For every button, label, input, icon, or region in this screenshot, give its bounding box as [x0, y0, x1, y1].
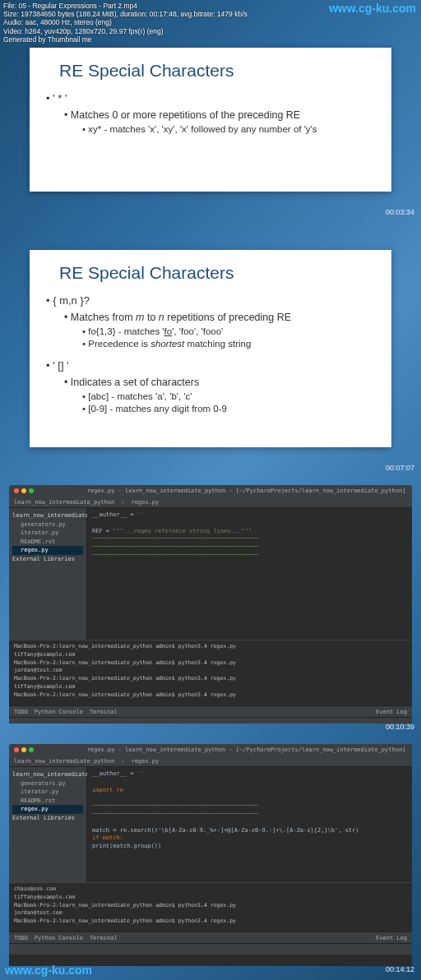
minimize-icon[interactable] [21, 488, 26, 493]
timestamp-1: 00:03:34 [386, 208, 414, 216]
file-generators[interactable]: generators.py [12, 779, 83, 788]
timestamp-2: 00:07:07 [386, 464, 414, 472]
ide-screenshot-2: regex.py - learn_now_intermediate_python… [9, 744, 412, 966]
ide2-titlebar: regex.py - learn_now_intermediate_python… [9, 744, 412, 756]
file-readme[interactable]: README.rst [12, 538, 83, 547]
meta-generated: Generated by Thumbnail me [3, 35, 248, 44]
slide2-b-bullet1: ' [] ' [46, 359, 375, 372]
file-iterator[interactable]: iterator.py [12, 788, 83, 797]
ide-screenshot-1: regex.py - learn_now_intermediate_python… [9, 485, 412, 723]
external-libraries[interactable]: External Libraries [12, 814, 83, 823]
file-generators[interactable]: generators.py [12, 520, 83, 529]
maximize-icon[interactable] [29, 488, 34, 493]
project-root[interactable]: learn_now_intermediate_python [12, 770, 83, 779]
slide1-bullet3: xy* - matches 'x', 'xy', 'x' followed by… [82, 124, 375, 134]
tab-event-log[interactable]: Event Log [376, 935, 407, 941]
maximize-icon[interactable] [29, 747, 34, 752]
terminal-line: tiffany@example.com [14, 651, 407, 659]
terminal-line: jordan@test.com [14, 667, 407, 675]
minimize-icon[interactable] [21, 747, 26, 752]
terminal-line: jordan@test.com [14, 909, 407, 918]
tab-todo[interactable]: TODO [14, 935, 28, 941]
file-readme[interactable]: README.rst [12, 797, 83, 806]
breadcrumb-file[interactable]: regex.py [131, 499, 159, 506]
ide2-editor[interactable]: __author__ = '' import re ──────────────… [87, 767, 412, 882]
slide2-a-bullet3: fo{1,3} - matches 'fo', 'foo', 'fooo' [82, 326, 375, 336]
tab-event-log[interactable]: Event Log [376, 709, 407, 715]
slide2-a-bullet1: { m,n }? [46, 294, 375, 307]
meta-audio: Audio: aac, 48000 Hz, stereo (eng) [3, 18, 248, 26]
ide2-breadcrumb: learn_now_intermediate_python › regex.py [9, 756, 412, 767]
slide-1: RE Special Characters ' * ' Matches 0 or… [30, 48, 391, 192]
tab-todo[interactable]: TODO [14, 709, 28, 715]
timestamp-3: 00:10:39 [386, 723, 414, 731]
slide2-b-bullet3: [abc] - matches 'a', 'b', 'c' [82, 391, 375, 401]
close-icon[interactable] [14, 747, 19, 752]
watermark-top: www.cg-ku.com [329, 2, 416, 15]
file-regex[interactable]: regex.py [12, 546, 83, 555]
breadcrumb-root[interactable]: learn_now_intermediate_python [14, 758, 114, 765]
slide1-bullet1: ' * ' [46, 92, 375, 104]
ide1-project-sidebar[interactable]: learn_now_intermediate_python generators… [9, 508, 87, 640]
external-libraries[interactable]: External Libraries [12, 555, 83, 564]
slide2-b-bullet4: [0-9] - matches any digit from 0-9 [82, 404, 375, 414]
slide1-title: RE Special Characters [59, 61, 375, 81]
terminal-line: MacBook-Pro-2:learn_now_intermediate_pyt… [14, 918, 407, 926]
project-root[interactable]: learn_now_intermediate_python [12, 511, 83, 520]
terminal-line: tiffany@example.com [14, 894, 407, 902]
terminal-line: MacBook-Pro-2:learn_now_intermediate_pyt… [14, 659, 407, 668]
slide2-a-bullet4: Precedence is shortest matching string [82, 339, 375, 349]
breadcrumb-root[interactable]: learn_now_intermediate_python [14, 499, 114, 506]
ide1-statusbar [9, 717, 412, 723]
terminal-line: MacBook-Pro-2:learn_now_intermediate_pyt… [14, 643, 407, 651]
ide2-bottom-tabs: TODO Python Console Terminal Event Log [9, 931, 412, 943]
meta-size: Size: 197384650 bytes (188.24 MiB), dura… [3, 10, 248, 18]
ide2-statusbar [9, 943, 412, 955]
tab-python-console[interactable]: Python Console [35, 709, 83, 715]
watermark-bottom: www.cg-ku.com [5, 964, 92, 977]
tab-terminal[interactable]: Terminal [90, 935, 118, 941]
terminal-line: tiffany@example.com [14, 683, 407, 691]
ide1-terminal[interactable]: MacBook-Pro-2:learn_now_intermediate_pyt… [9, 640, 412, 705]
file-regex[interactable]: regex.py [12, 805, 83, 814]
ide1-bottom-tabs: TODO Python Console Terminal Event Log [9, 705, 412, 717]
video-metadata: File: 05 - Regular Expressions - Part 2.… [3, 2, 248, 44]
file-iterator[interactable]: iterator.py [12, 529, 83, 538]
tab-terminal[interactable]: Terminal [90, 709, 118, 715]
close-icon[interactable] [14, 488, 19, 493]
meta-file: File: 05 - Regular Expressions - Part 2.… [3, 2, 248, 10]
slide2-a-bullet2: Matches from m to n repetitions of prece… [64, 312, 375, 323]
meta-video: Video: h264, yuv420p, 1280x720, 29.97 fp… [3, 27, 248, 35]
terminal-line: MacBook-Pro-2:learn_now_intermediate_pyt… [14, 675, 407, 683]
tab-python-console[interactable]: Python Console [35, 935, 83, 941]
ide1-window-title: regex.py - learn_now_intermediate_python… [86, 488, 407, 494]
terminal-line: MacBook-Pro-2:learn_now_intermediate_pyt… [14, 691, 407, 700]
ide1-titlebar: regex.py - learn_now_intermediate_python… [9, 485, 412, 497]
slide2-b-bullet2: Indicates a set of characters [64, 377, 375, 388]
ide2-project-sidebar[interactable]: learn_now_intermediate_python generators… [9, 767, 87, 882]
ide2-terminal[interactable]: chase@see.com tiffany@example.com MacBoo… [9, 882, 412, 931]
terminal-line: MacBook-Pro-2:learn_now_intermediate_pyt… [14, 902, 407, 910]
breadcrumb-file[interactable]: regex.py [131, 758, 159, 765]
slide2-title: RE Special Characters [59, 263, 375, 283]
slide1-bullet2: Matches 0 or more repetitions of the pre… [64, 109, 375, 121]
terminal-line: chase@see.com [14, 885, 407, 894]
slide-2: RE Special Characters { m,n }? Matches f… [30, 250, 391, 447]
ide2-window-title: regex.py - learn_now_intermediate_python… [86, 747, 407, 753]
ide1-breadcrumb: learn_now_intermediate_python › regex.py [9, 497, 412, 508]
ide1-editor[interactable]: __author__ = '' REF = """...regex refere… [87, 508, 412, 640]
timestamp-4: 00:14:12 [386, 965, 414, 973]
